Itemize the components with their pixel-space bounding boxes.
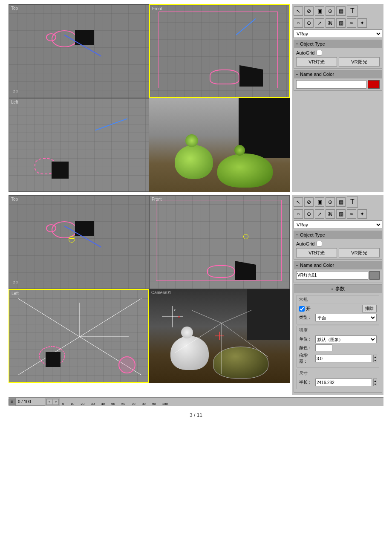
viewport-left-top[interactable]: Left xyxy=(9,98,149,192)
viewport-front-top[interactable]: Front xyxy=(149,4,290,98)
tool-wave-btn-b[interactable]: ≈ xyxy=(347,209,356,219)
name-color-title-bottom: Name and Color xyxy=(300,263,334,268)
tool-rotate-btn-b[interactable]: ⊘ xyxy=(304,197,314,207)
size-title: 尺寸 xyxy=(299,370,377,377)
bottom-bottom-row: Left xyxy=(9,289,292,383)
tool-T-btn-b[interactable]: T xyxy=(347,197,358,208)
btn-vr-light-bottom[interactable]: VR灯光 xyxy=(296,248,337,257)
bottom-row: Left xyxy=(9,98,292,192)
tool-eye-btn[interactable]: ⊙ xyxy=(326,6,335,16)
half-length-spinner[interactable]: ▲▼ xyxy=(373,379,377,386)
tool-star-btn[interactable]: ✦ xyxy=(357,18,367,28)
section-body-namecolor-bottom xyxy=(294,269,382,283)
section-body-namecolor-top xyxy=(294,78,382,90)
timeline-prev[interactable]: < xyxy=(46,399,52,405)
tool-circle-btn[interactable]: ○ xyxy=(294,18,303,28)
vray-dropdown-top[interactable]: VRay xyxy=(294,29,382,38)
open-checkbox[interactable] xyxy=(299,306,305,312)
timeline-btns: < > xyxy=(45,399,60,405)
page-wrapper: Top z x Front xyxy=(0,0,392,422)
section-minus-bottom[interactable]: - xyxy=(296,232,298,238)
btn-vr-sun-bottom[interactable]: VR阳光 xyxy=(339,248,380,257)
name-input-bottom[interactable] xyxy=(296,271,368,280)
panel-row2-top: ○ ⊙ ↗ ⌘ ▨ ≈ ✦ xyxy=(294,18,382,28)
viewport-label-top: Top xyxy=(11,6,18,11)
tool-link-btn-b[interactable]: ▣ xyxy=(315,197,324,207)
tool-grid-btn[interactable]: ▤ xyxy=(336,6,346,16)
pink-circle-selected xyxy=(118,356,135,373)
tool-link-btn[interactable]: ▣ xyxy=(315,6,324,16)
color-box-top[interactable] xyxy=(368,80,380,89)
viewport-front-b[interactable]: Front xyxy=(149,195,290,289)
btn-vr-sun-top[interactable]: VR阳光 xyxy=(339,57,380,66)
ruler-100: 100 xyxy=(162,402,168,406)
btn-vr-light-top[interactable]: VR灯光 xyxy=(296,57,337,66)
type-select[interactable]: 平面 xyxy=(315,314,377,321)
multiplier-label: 倍增器： xyxy=(299,353,314,364)
unit-label: 单位： xyxy=(299,336,314,342)
section-minus-params[interactable]: - xyxy=(331,286,333,292)
tool-circle-btn-b[interactable]: ○ xyxy=(294,209,303,219)
unit-select[interactable]: 默认（图象） xyxy=(315,335,377,343)
timeline-icon[interactable]: ⊞ xyxy=(9,399,15,405)
ruler-90: 90 xyxy=(152,402,156,406)
color-box-bottom[interactable] xyxy=(369,271,380,280)
viewport-camera[interactable]: Camera01 z x xyxy=(149,289,290,383)
multiplier-spinner[interactable]: ▲▼ xyxy=(373,355,377,362)
tool-wave-btn[interactable]: ≈ xyxy=(347,18,356,28)
tool-hatch-btn[interactable]: ▨ xyxy=(336,18,346,28)
name-input-top[interactable] xyxy=(296,80,366,89)
viewport-label-top-b: Top xyxy=(11,197,18,202)
viewport-top-left-b[interactable]: Top z x xyxy=(9,195,149,289)
section-minus-top[interactable]: - xyxy=(296,41,298,47)
tool-grid-btn-b[interactable]: ▤ xyxy=(336,197,346,207)
autogrid-checkbox-top[interactable] xyxy=(317,50,322,55)
section-body-objtype-top: AutoGrid VR灯光 VR阳光 xyxy=(294,48,382,68)
open-label: 开 xyxy=(306,306,311,312)
ruler-40: 40 xyxy=(101,402,105,406)
grid-bg-tr xyxy=(150,5,289,97)
name-color-section-bottom: - Name and Color xyxy=(294,261,382,283)
autogrid-checkbox-bottom[interactable] xyxy=(317,241,322,246)
section-header-objtype-top: - Object Type xyxy=(294,40,382,48)
right-panel-bottom: ↖ ⊘ ▣ ⊙ ▤ T ○ ⊙ ↗ ⌘ ▨ ≈ ✦ VRay xyxy=(292,195,383,395)
teapot-pink-top-b xyxy=(52,221,77,238)
open-checkbox-label[interactable]: 开 xyxy=(299,306,311,312)
tool-arrow-btn-b[interactable]: ↗ xyxy=(315,209,324,219)
dropdown-row-top: VRay xyxy=(294,29,382,38)
tool-rotate-btn[interactable]: ⊘ xyxy=(304,6,314,16)
tool-star-btn-b[interactable]: ✦ xyxy=(357,209,367,219)
multiplier-row: 倍增器： ▲▼ xyxy=(299,353,377,364)
black-block-bl xyxy=(46,352,61,367)
tool-target-btn[interactable]: ⊙ xyxy=(304,18,314,28)
tool-target-btn-b[interactable]: ⊙ xyxy=(304,209,314,219)
viewport-label-camera: Camera01 xyxy=(151,290,171,295)
tool-hatch-btn-b[interactable]: ▨ xyxy=(336,209,346,219)
tool-cmd-btn-b[interactable]: ⌘ xyxy=(326,209,335,219)
tool-T-btn[interactable]: T xyxy=(347,6,358,17)
panel-toolbar-top: ↖ ⊘ ▣ ⊙ ▤ T xyxy=(294,6,382,17)
viewport-label-front-b: Front xyxy=(152,197,161,202)
tool-cmd-btn[interactable]: ⌘ xyxy=(326,18,335,28)
viewport-top-left[interactable]: Top z x xyxy=(9,4,149,98)
section-header-objtype-bottom: - Object Type xyxy=(294,231,382,239)
timeline-next[interactable]: > xyxy=(53,399,59,405)
page-number: 3 / 11 xyxy=(190,412,202,418)
tool-cursor-btn[interactable]: ↖ xyxy=(294,6,303,16)
section-minus-namecolor-b[interactable]: - xyxy=(296,262,298,268)
vray-dropdown-bottom[interactable]: VRay xyxy=(294,220,382,229)
color-preview-intensity[interactable] xyxy=(315,344,332,351)
exclude-btn[interactable]: 排除 xyxy=(362,305,377,312)
ruler-80: 80 xyxy=(142,402,146,406)
multiplier-input[interactable] xyxy=(315,355,372,362)
tool-arrow-btn[interactable]: ↗ xyxy=(315,18,324,28)
timeline-counter[interactable]: 0 / 100 xyxy=(15,398,45,406)
half-length-input[interactable] xyxy=(315,379,372,386)
section-minus-namecolor-top[interactable]: - xyxy=(296,71,298,77)
tool-eye-btn-b[interactable]: ⊙ xyxy=(326,197,335,207)
viewport-render-top[interactable] xyxy=(149,98,290,192)
top-section: Top z x Front xyxy=(9,4,383,192)
viewport-left-b[interactable]: Left xyxy=(9,289,149,383)
tool-cursor-btn-b[interactable]: ↖ xyxy=(294,197,303,207)
timeline-ruler[interactable]: 0 10 20 30 40 50 60 70 80 90 100 xyxy=(60,398,383,406)
